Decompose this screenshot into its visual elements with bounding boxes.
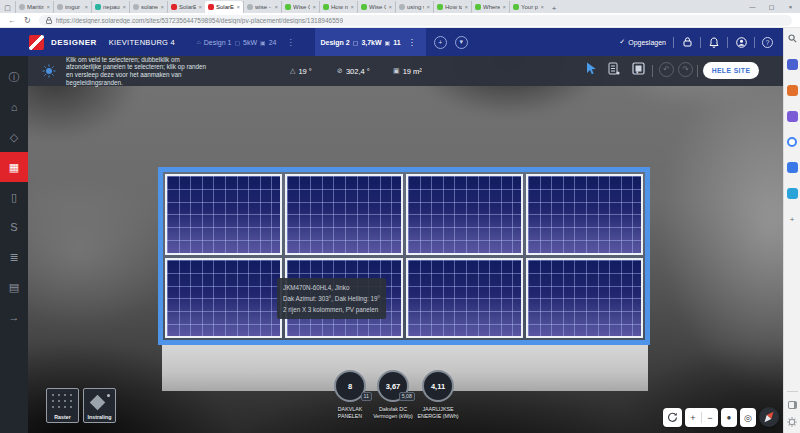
refresh-icon[interactable]: ↻ xyxy=(24,16,31,25)
pv-panel[interactable] xyxy=(165,258,282,339)
browser-tab[interactable]: Wise Ca × xyxy=(357,1,395,13)
window-minimize-button[interactable]: — xyxy=(743,0,762,13)
pv-module-array[interactable] xyxy=(158,167,650,345)
browser-tab[interactable]: wise - 2si × xyxy=(243,1,281,13)
browser-tab[interactable]: solaredge × xyxy=(129,1,167,13)
tab-close-icon[interactable]: × xyxy=(388,4,392,10)
sidebar-item-site[interactable]: ⌂ xyxy=(0,92,28,122)
browser-tab[interactable]: Where c × xyxy=(471,1,509,13)
compass-button[interactable] xyxy=(759,407,779,427)
image-icon[interactable] xyxy=(787,162,798,173)
sidebar-item-cabling[interactable]: S xyxy=(0,212,28,242)
account-avatar-icon[interactable] xyxy=(735,37,747,48)
shopping-icon[interactable] xyxy=(787,85,798,96)
design-1-menu-icon[interactable]: ⋮ xyxy=(283,38,299,47)
design-tab-1[interactable]: ⌂ Design 1 ▢ 5kW ▣ 24 xyxy=(191,28,282,56)
pv-panel[interactable] xyxy=(526,174,643,255)
tab-close-icon[interactable]: × xyxy=(274,4,278,10)
tab-close-icon[interactable]: × xyxy=(236,4,240,10)
browser-tab[interactable]: imgur - 2 × xyxy=(53,1,91,13)
sidebar-item-report[interactable]: ▤ xyxy=(0,272,28,302)
people-icon[interactable] xyxy=(787,111,798,122)
design-tab-2[interactable]: Design 2 ▢ 3,7kW ▣ 11 ⋮ xyxy=(315,28,426,56)
search-icon[interactable] xyxy=(787,33,798,44)
raster-toggle-button[interactable]: Raster xyxy=(46,388,79,423)
tab-favicon-icon xyxy=(57,4,63,10)
new-tab-button[interactable]: + xyxy=(547,4,561,13)
add-design-icon[interactable]: + xyxy=(434,36,447,49)
tab-close-icon[interactable]: × xyxy=(46,4,50,10)
browser-tab[interactable]: How mu × xyxy=(319,1,357,13)
help-icon[interactable]: ? xyxy=(762,37,773,48)
add-icon[interactable]: + xyxy=(787,214,798,225)
tab-overview-button[interactable]: ▢ xyxy=(0,2,15,13)
tab-close-icon[interactable]: × xyxy=(350,4,354,10)
undo-button[interactable]: ↶ xyxy=(659,62,674,77)
tab-label: Maritime xyxy=(27,4,44,10)
lock-icon[interactable] xyxy=(681,37,693,47)
rotate-view-button[interactable] xyxy=(663,408,682,427)
solaredge-logo-icon[interactable] xyxy=(29,35,44,50)
browser-tab-strip: ▢ Maritime × imgur - 2 × nepaul's × sola… xyxy=(0,0,800,13)
stat-circle[interactable]: 8 11 xyxy=(334,370,366,402)
stat-circle[interactable]: 3,67 5,08 xyxy=(377,370,409,402)
sidebar-item-inverter[interactable]: ▯ xyxy=(0,182,28,212)
tab-favicon-icon xyxy=(361,4,367,10)
irradiance-toggle-button[interactable]: Instraling xyxy=(83,388,116,423)
select-cursor-tool[interactable] xyxy=(586,62,597,75)
sidebar-item-model-3d[interactable]: ◇ xyxy=(0,122,28,152)
window-close-button[interactable]: × xyxy=(781,0,800,13)
sidebar-panel-icon[interactable] xyxy=(787,399,798,410)
tilt-value: 19 ° xyxy=(298,67,311,76)
sidebar-item-export[interactable]: → xyxy=(0,302,28,332)
browser-tab[interactable]: Your pla × xyxy=(509,1,547,13)
sidebar-item-info[interactable]: ⓘ xyxy=(0,62,28,92)
settings-gear-icon[interactable] xyxy=(787,416,798,427)
stat-value: 4,11 xyxy=(431,382,445,391)
notifications-bell-icon[interactable] xyxy=(708,37,720,48)
center-target-button[interactable]: ◎ xyxy=(740,408,756,427)
design-2-menu-icon[interactable]: ⋮ xyxy=(404,38,420,47)
sidebar-item-layout[interactable]: ≣ xyxy=(0,242,28,272)
pv-panel[interactable] xyxy=(526,258,643,339)
address-bar[interactable]: https://designer.solaredge.com/sites/537… xyxy=(39,15,792,26)
cart-icon[interactable] xyxy=(787,188,798,199)
tab-close-icon[interactable]: × xyxy=(198,4,202,10)
browser-tab[interactable]: How to × xyxy=(433,1,471,13)
tab-close-icon[interactable]: × xyxy=(160,4,164,10)
tag-icon[interactable] xyxy=(787,59,798,70)
back-icon[interactable]: ← xyxy=(8,16,16,25)
browser-tab[interactable]: SolarEdge × xyxy=(167,1,205,13)
browser-tab[interactable]: Wise On × xyxy=(281,1,319,13)
panel-tool-caret-icon[interactable]: ▾ xyxy=(636,69,639,75)
sun-icon[interactable] xyxy=(42,64,56,78)
tab-close-icon[interactable]: × xyxy=(502,4,506,10)
tab-close-icon[interactable]: × xyxy=(84,4,88,10)
tab-close-icon[interactable]: × xyxy=(122,4,126,10)
tab-close-icon[interactable]: × xyxy=(426,4,430,10)
pv-panel[interactable] xyxy=(165,174,282,255)
tab-close-icon[interactable]: × xyxy=(312,4,316,10)
collapse-designs-icon[interactable]: ▾ xyxy=(455,36,468,49)
zoom-out-button[interactable]: − xyxy=(702,413,718,423)
browser-tab[interactable]: nepaul's × xyxy=(91,1,129,13)
design-canvas[interactable]: JKM470N-60HL4, Jinko Dak Azimut: 303°, D… xyxy=(28,56,783,433)
browser-tab[interactable]: Maritime × xyxy=(15,1,53,13)
pv-panel[interactable] xyxy=(285,174,402,255)
module-list-tool-icon[interactable] xyxy=(608,62,620,75)
sidebar-item-pv-placement[interactable]: ▦ xyxy=(0,152,28,182)
browser-tab[interactable]: SolarEdge × xyxy=(205,1,243,13)
tab-close-icon[interactable]: × xyxy=(540,4,544,10)
ring-icon[interactable] xyxy=(787,137,797,147)
zoom-in-button[interactable]: + xyxy=(685,413,701,423)
window-maximize-button[interactable]: ▢ xyxy=(762,0,781,13)
fit-view-button[interactable]: ● xyxy=(721,408,737,427)
sidebar-item-icon: ▯ xyxy=(11,191,17,204)
browser-tab[interactable]: using wi × xyxy=(395,1,433,13)
redo-button[interactable]: ↷ xyxy=(678,62,693,77)
pv-panel[interactable] xyxy=(406,258,523,339)
stat-circle[interactable]: 4,11 xyxy=(422,370,454,402)
whole-site-button[interactable]: HELE SITE xyxy=(703,62,759,79)
tab-close-icon[interactable]: × xyxy=(464,4,468,10)
pv-panel[interactable] xyxy=(406,174,523,255)
